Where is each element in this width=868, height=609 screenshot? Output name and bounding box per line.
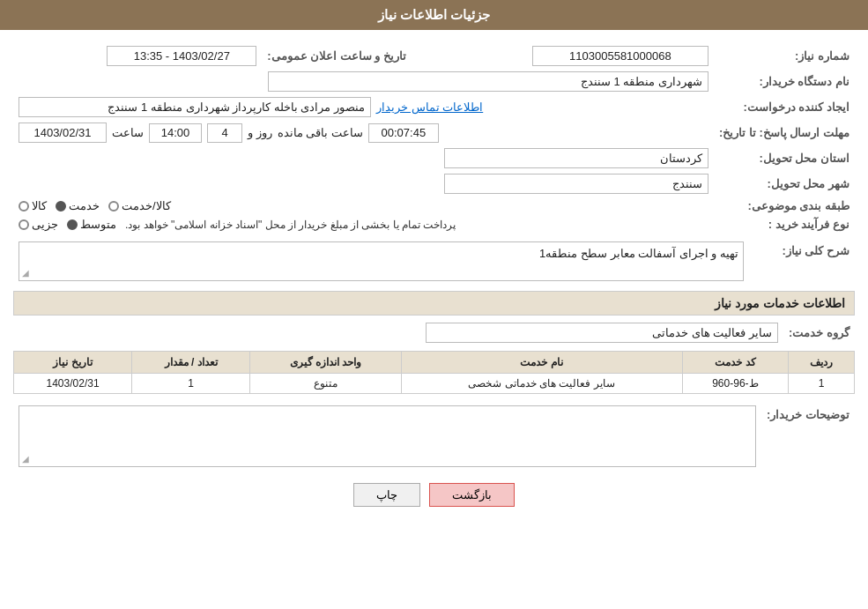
table-row: مهلت ارسال پاسخ: تا تاریخ: 00:07:45 ساعت… [13,120,855,145]
print-button[interactable]: چاپ [353,483,420,507]
cell-service_name: سایر فعالیت های خدماتی شخصی [401,374,682,394]
process-motavaset-option[interactable]: متوسط [67,218,116,231]
creator-value: منصور مرادی باخله کارپرداز شهرداری منطقه… [19,97,371,117]
need-description-box: تهیه و اجرای آسفالت معابر سطح منطقه1 ◢ [19,241,744,281]
need-description-table: شرح کلی نیاز: تهیه و اجرای آسفالت معابر … [13,239,855,284]
page-header: جزئیات اطلاعات نیاز [0,0,868,30]
table-row: توضیحات خریدار: ◢ [13,403,855,470]
deadline-remaining: 00:07:45 [368,123,439,143]
need-description-value: تهیه و اجرای آسفالت معابر سطح منطقه1 [539,247,738,260]
category-kala-radio[interactable] [19,201,29,212]
table-row: نام دستگاه خریدار: شهرداری منطقه 1 سنندج [13,69,855,94]
category-khadamat-option[interactable]: خدمت [56,199,100,212]
city-value: سنندج [444,174,708,194]
table-row: ایجاد کننده درخواست: اطلاعات تماس خریدار… [13,94,855,120]
need-description-label: شرح کلی نیاز: [749,239,855,284]
resize-icon2: ◢ [22,454,29,464]
table-row: نوع فرآیند خرید : پرداخت تمام یا بخشی از… [13,215,855,234]
services-table: ردیف کد خدمت نام خدمت واحد اندازه گیری ت… [13,351,855,394]
category-kala-khadamat-option[interactable]: کالا/خدمت [108,199,171,212]
deadline-label: مهلت ارسال پاسخ: تا تاریخ: [714,120,855,145]
buttons-row: بازگشت چاپ [13,483,855,507]
buyer-notes-box: ◢ [19,405,756,467]
process-note: پرداخت تمام یا بخشی از مبلغ خریدار از مح… [125,219,456,231]
col-measure-unit: واحد اندازه گیری [250,352,402,374]
col-need-date: تاریخ نیاز [14,352,132,374]
table-row: طبقه بندی موضوعی: کالا/خدمت خدمت کالا [13,197,855,215]
back-button[interactable]: بازگشت [429,483,515,507]
resize-icon: ◢ [22,268,29,278]
page-container: جزئیات اطلاعات نیاز شماره نیاز: 11030055… [0,0,868,609]
table-header-row: ردیف کد خدمت نام خدمت واحد اندازه گیری ت… [14,352,855,374]
cell-row_num: 1 [789,374,855,394]
deadline-time-label: ساعت [112,126,144,139]
category-khadamat-radio[interactable] [56,201,66,212]
service-group-label: گروه خدمت: [783,320,855,345]
col-row-num: ردیف [789,352,855,374]
table-row: استان محل تحویل: کردستان [13,145,855,171]
buyer-notes-label: توضیحات خریدار: [761,403,855,470]
announce-date-value: 1403/02/27 - 13:35 [107,46,256,66]
cell-measure_unit: متنوع [250,374,402,394]
process-jazii-label: جزیی [32,218,58,231]
deadline-date: 1403/02/31 [19,123,107,143]
category-label: طبقه بندی موضوعی: [714,197,855,215]
cell-service_code: ط-96-960 [682,374,789,394]
col-quantity: تعداد / مقدار [132,352,250,374]
category-kala-khadamat-radio[interactable] [108,201,119,212]
need-number-label: شماره نیاز: [714,43,855,69]
deadline-days: 4 [207,123,242,143]
process-jazii-radio[interactable] [19,219,29,230]
content-area: شماره نیاز: 1103005581000068 تاریخ و ساع… [0,39,868,511]
process-label: نوع فرآیند خرید : [714,215,855,234]
table-row: شماره نیاز: 1103005581000068 تاریخ و ساع… [13,43,855,69]
contact-link[interactable]: اطلاعات تماس خریدار [376,100,483,114]
cell-quantity: 1 [132,374,250,394]
info-table: شماره نیاز: 1103005581000068 تاریخ و ساع… [13,43,855,234]
table-row: شهر محل تحویل: سنندج [13,171,855,197]
deadline-days-label: روز و [248,126,272,139]
need-number-value: 1103005581000068 [532,46,708,66]
category-khadamat-label: خدمت [69,199,100,212]
buyer-name-label: نام دستگاه خریدار: [714,69,855,94]
col-service-name: نام خدمت [401,352,682,374]
table-row: شرح کلی نیاز: تهیه و اجرای آسفالت معابر … [13,239,855,284]
category-kala-option[interactable]: کالا [19,199,47,212]
service-group-table: گروه خدمت: سایر فعالیت های خدماتی [13,320,855,345]
category-kala-label: کالا [32,199,47,212]
page-title: جزئیات اطلاعات نیاز [378,7,490,22]
province-label: استان محل تحویل: [714,145,855,171]
city-label: شهر محل تحویل: [714,171,855,197]
col-service-code: کد خدمت [682,352,789,374]
services-info-header: اطلاعات خدمات مورد نیاز [13,291,855,316]
deadline-remaining-label: ساعت باقی مانده [278,126,363,139]
table-row: 1ط-96-960سایر فعالیت های خدماتی شخصیمتنو… [14,374,855,394]
process-motavaset-label: متوسط [80,218,116,231]
creator-label: ایجاد کننده درخواست: [714,94,855,120]
province-value: کردستان [444,148,708,168]
table-row: گروه خدمت: سایر فعالیت های خدماتی [13,320,855,345]
announce-date-label: تاریخ و ساعت اعلان عمومی: [262,43,424,69]
deadline-time: 14:00 [149,123,202,143]
cell-need_date: 1403/02/31 [14,374,132,394]
buyer-name-value: شهرداری منطقه 1 سنندج [268,71,708,92]
buyer-notes-table: توضیحات خریدار: ◢ [13,403,855,470]
process-jazii-option[interactable]: جزیی [19,218,58,231]
process-motavaset-radio[interactable] [67,219,78,230]
category-kala-khadamat-label: کالا/خدمت [122,199,171,212]
service-group-value: سایر فعالیت های خدماتی [426,323,778,343]
